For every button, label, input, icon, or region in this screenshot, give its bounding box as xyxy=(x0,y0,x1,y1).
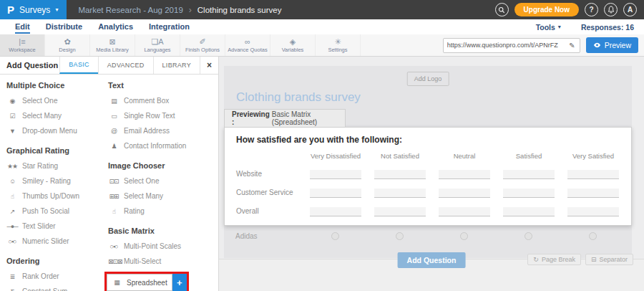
matrix-cell-input[interactable] xyxy=(439,189,490,198)
variables-tag-icon: ◈ xyxy=(290,38,296,46)
question-type-star-rating[interactable]: ★★Star Rating xyxy=(6,158,102,173)
question-type-multi-point-scales[interactable]: ○▪○Multi-Point Scales xyxy=(108,239,217,254)
menu-item-distribute[interactable]: Distribute xyxy=(46,20,82,34)
matrix-cell-input[interactable] xyxy=(567,189,619,198)
menu-item-edit[interactable]: Edit xyxy=(15,20,30,34)
edit-url-pencil-icon[interactable]: ✎ xyxy=(565,42,579,49)
question-type-rank-order[interactable]: ≣Rank Order xyxy=(6,269,102,284)
add-logo-button[interactable]: Add Logo xyxy=(407,72,449,86)
question-type-email-address[interactable]: @Email Address xyxy=(108,123,217,138)
panel-tab-basic[interactable]: BASIC xyxy=(59,57,98,74)
matrix-cell-input[interactable] xyxy=(374,207,426,216)
matrix-cell xyxy=(368,202,432,221)
add-spreadsheet-button[interactable]: + xyxy=(172,274,187,291)
matrix-cell-input[interactable] xyxy=(310,207,361,216)
matrix-cell-input[interactable] xyxy=(503,189,555,198)
matrix-cell-input[interactable] xyxy=(374,170,426,179)
responses-count[interactable]: Responses: 16 xyxy=(581,23,634,32)
question-type-spreadsheet[interactable]: ▦Spreadsheet xyxy=(107,274,172,291)
matrix-cell-input[interactable] xyxy=(310,189,361,198)
matrix-cell-input[interactable] xyxy=(503,207,555,216)
question-type-text-slider[interactable]: ─●─Text Slider xyxy=(6,219,102,234)
toolbar-tab-media-library[interactable]: ⊠Media Library xyxy=(90,34,135,56)
matrix-cell xyxy=(432,202,497,221)
previewing-popup-body: How satisfied are you with the following… xyxy=(224,127,632,226)
matrix-cell-input[interactable] xyxy=(374,189,426,198)
question-type-select-many[interactable]: ☑Select Many xyxy=(6,108,102,123)
question-type-label: Multi-Point Scales xyxy=(124,242,181,250)
radio-button[interactable] xyxy=(396,232,404,240)
notifications-button[interactable] xyxy=(604,3,618,16)
breadcrumb-survey-name: Clothing brands survey xyxy=(197,6,282,14)
toolbar-tab-design[interactable]: ✿Design xyxy=(45,34,90,56)
matrix-cell-input[interactable] xyxy=(503,170,555,179)
matrix-cell-input[interactable] xyxy=(567,170,619,179)
search-button[interactable] xyxy=(495,3,509,16)
question-type-numeric-slider[interactable]: ○▪○Numeric Slider xyxy=(6,234,102,249)
radio-button[interactable] xyxy=(525,232,532,240)
menu-item-integration[interactable]: Integration xyxy=(149,20,190,34)
section-title-text: Text xyxy=(108,81,217,90)
toolbar-tab-languages[interactable]: ❏ALanguages xyxy=(135,34,180,56)
survey-url-input[interactable] xyxy=(444,42,565,49)
question-type-select-many[interactable]: ⊞⊞Select Many xyxy=(108,189,217,204)
question-type-comment-box[interactable]: ▤Comment Box xyxy=(108,93,217,108)
eye-icon xyxy=(593,42,601,48)
panel-tab-library[interactable]: LIBRARY xyxy=(153,57,200,74)
toolbar-tab-advance-quotas[interactable]: ∞Advance Quotas xyxy=(225,34,270,56)
preview-button[interactable]: Preview xyxy=(586,37,638,53)
matrix-cell-input[interactable] xyxy=(439,207,490,216)
question-type-thumbs-up-down[interactable]: ☝Thumbs Up/Down xyxy=(6,189,102,204)
tools-menu[interactable]: Tools ▾ xyxy=(536,23,561,32)
separator-button[interactable]: ⊟ Separator xyxy=(585,254,633,265)
surveys-product-menu[interactable]: P Surveys ▾ xyxy=(0,0,67,19)
account-avatar[interactable]: A xyxy=(623,3,637,16)
breadcrumb-separator-icon: › xyxy=(189,5,192,15)
toolbar-tab-finish-options[interactable]: ✐Finish Options xyxy=(180,34,225,56)
question-type-smiley-rating[interactable]: ☺Smiley - Rating xyxy=(6,173,102,189)
matrix-cell-input[interactable] xyxy=(567,207,619,216)
question-type-contact-information[interactable]: ♟Contact Information xyxy=(108,138,217,153)
upgrade-now-button[interactable]: Upgrade Now xyxy=(514,3,579,16)
toolbar-tabs: |≡Workspace✿Design⊠Media Library❏ALangua… xyxy=(0,34,361,56)
matrix-row-label: Website xyxy=(236,165,303,183)
toolbar-tab-workspace[interactable]: |≡Workspace xyxy=(0,34,45,56)
question-type-drop-down-menu[interactable]: ▼Drop-down Menu xyxy=(6,123,102,138)
toolbar-tab-variables[interactable]: ◈Variables xyxy=(270,34,316,56)
breadcrumb-folder[interactable]: Market Research - Aug 2019 xyxy=(78,6,182,14)
question-type-select-one[interactable]: ⊡⊡Select One xyxy=(108,173,217,189)
bell-icon xyxy=(608,6,615,14)
close-panel-button[interactable]: × xyxy=(200,57,218,74)
question-type-label: Multi-Select xyxy=(124,257,161,265)
help-button[interactable]: ? xyxy=(585,3,598,16)
menu-item-analytics[interactable]: Analytics xyxy=(98,20,133,34)
radio-button[interactable] xyxy=(460,232,468,240)
question-type-push-to-social[interactable]: ↗Push To Social xyxy=(6,204,102,219)
question-type-select-one[interactable]: ◉Select One xyxy=(6,93,102,108)
topbar: P Surveys ▾ Market Research - Aug 2019 ›… xyxy=(0,0,644,19)
matrix-cell-input[interactable] xyxy=(310,170,361,179)
image-select-one-icon: ⊡⊡ xyxy=(108,178,119,185)
survey-title[interactable]: Clothing brands survey xyxy=(236,90,361,105)
panel-tab-advanced[interactable]: ADVANCED xyxy=(98,57,153,74)
previewing-label: Previewing : xyxy=(232,110,270,126)
close-icon: × xyxy=(207,60,212,70)
question-type-label: Select One xyxy=(22,97,57,105)
matrix-cell-input[interactable] xyxy=(439,170,490,179)
footer-buttons: ↻ Page Break ⊟ Separator xyxy=(527,254,633,265)
add-question-button[interactable]: Add Question xyxy=(398,252,466,268)
question-type-label: Select Many xyxy=(22,112,62,120)
question-type-rating[interactable]: ☝Rating xyxy=(108,204,217,219)
matrix-column-header: Satisfied xyxy=(497,148,561,165)
question-type-multi-select[interactable]: ⊠⊡⊠Multi-Select xyxy=(108,254,217,269)
question-type-label: Email Address xyxy=(124,127,170,135)
matrix-cell xyxy=(303,165,368,183)
radio-button[interactable] xyxy=(589,232,597,240)
toolbar-tab-settings[interactable]: ✳Settings xyxy=(316,34,361,56)
question-type-single-row-text[interactable]: ▭Single Row Text xyxy=(108,108,217,123)
panel-column-right: Text▤Comment Box▭Single Row Text@Email A… xyxy=(108,80,217,291)
radio-button[interactable] xyxy=(331,232,339,240)
question-type-constant-sum[interactable]: ΣConstant Sum xyxy=(6,284,102,291)
question-type-label: Select One xyxy=(124,177,159,185)
page-break-button[interactable]: ↻ Page Break xyxy=(527,254,581,265)
